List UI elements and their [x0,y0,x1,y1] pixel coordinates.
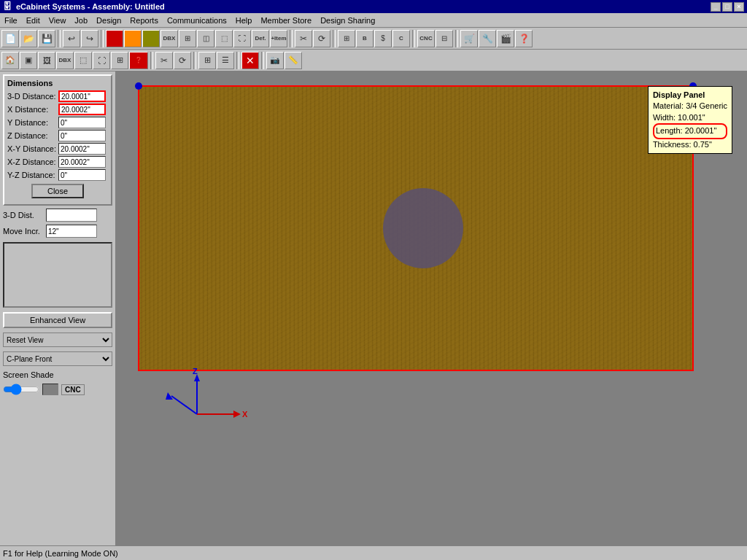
menu-file[interactable]: File [0,13,22,27]
menu-job[interactable]: Job [70,13,92,27]
tb-color1[interactable] [106,30,123,47]
tb2-btn-l[interactable]: ☰ [217,52,234,69]
tb2-btn-j[interactable]: ⟳ [174,52,191,69]
panel-circle-feature [383,188,463,268]
tb-btn-e[interactable]: ⛶ [233,30,251,47]
cnc-label[interactable]: CNC [61,384,85,395]
maximize-button[interactable]: □ [722,2,732,12]
dist-input-move[interactable] [46,225,97,238]
left-panel: Dimensions 3-D Distance: X Distance: Y D… [0,71,117,545]
tb2-sep-4 [261,52,264,69]
status-bar: F1 for Help (Learning Mode ON) [0,545,747,560]
dim-value-xz[interactable] [58,156,106,168]
tb-btn-h[interactable]: ✂ [295,30,312,47]
reset-view-row: Reset View [3,332,112,347]
corner-dot-tl [135,82,142,90]
tb2-btn-d[interactable]: DBX [56,52,74,69]
enhanced-view-button[interactable]: Enhanced View [3,312,112,328]
tb-color3[interactable] [142,30,160,47]
menu-design[interactable]: Design [92,13,125,27]
close-window-button[interactable]: × [734,2,744,12]
tb2-btn-h[interactable]: ❓ [129,52,148,69]
dim-label-xy: X-Y Distance: [7,144,58,153]
tb2-btn-m[interactable]: ✕ [241,52,259,69]
tb2-btn-n[interactable]: 📷 [266,52,284,69]
tb-btn-o[interactable]: ⊟ [436,30,453,47]
dim-label-x: X Distance: [7,105,58,114]
close-button[interactable]: Close [31,184,84,198]
tb2-sep-3 [236,52,239,69]
tb-btn-d[interactable]: ⬚ [215,30,233,47]
tb-color2[interactable] [124,30,142,47]
new-button[interactable]: 📄 [1,30,19,47]
menu-communications[interactable]: Communications [163,13,231,27]
open-button[interactable]: 📂 [20,30,37,47]
menu-help[interactable]: Help [231,13,257,27]
tb-btn-b[interactable]: ⊞ [179,30,196,47]
tb2-btn-f[interactable]: ⛶ [93,52,110,69]
dim-value-x[interactable] [58,104,106,115]
tb2-btn-a[interactable]: 🏠 [1,52,19,69]
tb-btn-g[interactable]: +Item [270,30,287,47]
menu-design-sharing[interactable]: Design Sharing [316,13,379,27]
tb-btn-r[interactable]: 🎬 [497,30,514,47]
tb2-btn-b[interactable]: ▣ [20,52,37,69]
tb-btn-a[interactable]: DBX [160,30,178,47]
tb2-btn-o[interactable]: 📏 [285,52,302,69]
tb-btn-j[interactable]: ⊞ [338,30,355,47]
title-bar: 🗄 eCabinet Systems - Assembly: Untitled … [0,0,747,13]
dist-section: 3-D Dist. Move Incr. [3,209,112,238]
tb-btn-m[interactable]: C [392,30,410,47]
tb2-btn-i[interactable]: ✂ [155,52,173,69]
dim-row-xy: X-Y Distance: [7,143,108,155]
tb-sep-2 [101,30,104,47]
display-panel-material: Material: 3/4 Generic [653,101,727,112]
dim-label-xz: X-Z Distance: [7,158,58,166]
display-panel: Display Panel Material: 3/4 Generic Widt… [648,86,732,154]
cplane-select[interactable]: C-Plane Front [3,351,112,366]
tb2-btn-c[interactable]: 🖼 [38,52,55,69]
title-bar-controls: _ □ × [711,2,744,12]
tb-btn-f[interactable]: Def. [252,30,269,47]
redo-button[interactable]: ↪ [81,30,98,47]
dist-input-3d[interactable] [46,209,97,222]
screen-shade: Screen Shade [3,370,112,379]
dim-label-z: Z Distance: [7,131,58,140]
menu-reports[interactable]: Reports [125,13,163,27]
dim-row-yz: Y-Z Distance: [7,169,108,181]
z-axis-label: Z [193,367,198,376]
tb-btn-q[interactable]: 🔧 [479,30,496,47]
tb-btn-s[interactable]: ❓ [515,30,533,47]
screen-shade-label: Screen Shade [3,370,54,379]
tb-btn-k[interactable]: B [356,30,374,47]
reset-view-select[interactable]: Reset View [3,332,112,347]
dim-value-yz[interactable] [58,169,106,181]
menu-view[interactable]: View [44,13,71,27]
menu-member-store[interactable]: Member Store [256,13,316,27]
tb-sep-5 [412,30,415,47]
minimize-button[interactable]: _ [711,2,721,12]
tb-btn-n[interactable]: CNC [417,30,435,47]
tb-btn-i[interactable]: ⟳ [313,30,330,47]
tb2-sep-1 [150,52,153,69]
menu-edit[interactable]: Edit [22,13,44,27]
tb2-btn-k[interactable]: ⊞ [198,52,216,69]
tb2-btn-e[interactable]: ⬚ [74,52,92,69]
tb-btn-l[interactable]: $ [374,30,392,47]
tb2-sep-2 [193,52,196,69]
dim-value-y[interactable] [58,117,106,128]
dim-value-xy[interactable] [58,143,106,155]
tb2-btn-g[interactable]: ⊞ [111,52,128,69]
dim-row-x: X Distance: [7,104,108,115]
dimensions-panel: Dimensions 3-D Distance: X Distance: Y D… [3,74,112,206]
toolbar-1: 📄 📂 💾 ↩ ↪ DBX ⊞ ◫ ⬚ ⛶ Def. +Item ✂ ⟳ ⊞ B… [0,28,747,50]
dim-value-z[interactable] [58,130,106,141]
display-panel-length: Length: 20.0001" [656,126,716,135]
tb-btn-c[interactable]: ◫ [197,30,214,47]
tb-btn-p[interactable]: 🛒 [460,30,478,47]
shade-slider[interactable] [3,384,39,395]
save-button[interactable]: 💾 [38,30,55,47]
dist-label-3d: 3-D Dist. [3,211,43,219]
dim-value-3d[interactable] [58,90,106,102]
undo-button[interactable]: ↩ [63,30,80,47]
